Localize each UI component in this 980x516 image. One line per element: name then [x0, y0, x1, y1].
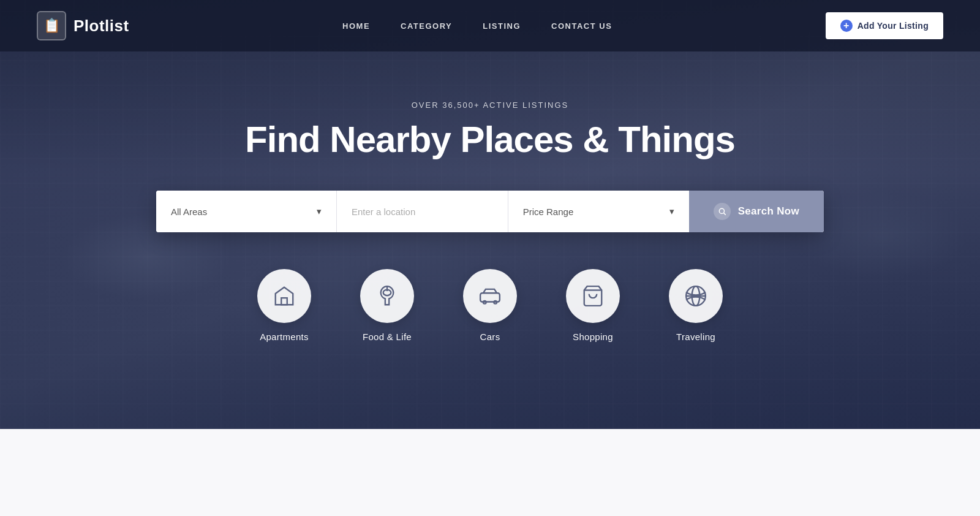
svg-rect-5	[480, 293, 500, 302]
category-shopping[interactable]: Shopping	[566, 269, 620, 342]
category-apartments[interactable]: Apartments	[257, 269, 311, 342]
area-chevron-icon: ▾	[317, 206, 322, 217]
add-listing-button[interactable]: + Add Your Listing	[826, 12, 943, 39]
plus-icon: +	[840, 20, 853, 32]
search-icon	[714, 203, 731, 220]
logo-icon: 📋	[37, 11, 66, 40]
cars-label: Cars	[480, 332, 500, 342]
svg-rect-2	[281, 298, 287, 305]
category-traveling[interactable]: Traveling	[669, 269, 723, 342]
hero-content: OVER 36,500+ ACTIVE LISTINGS Find Nearby…	[156, 101, 824, 342]
nav-category[interactable]: CATEGORY	[401, 21, 452, 31]
apartments-icon-circle	[257, 269, 311, 323]
traveling-label: Traveling	[676, 332, 715, 342]
svg-line-1	[723, 213, 725, 215]
svg-point-0	[719, 208, 724, 213]
search-button-label: Search Now	[738, 205, 799, 218]
shopping-label: Shopping	[573, 332, 613, 342]
nav-links: HOME CATEGORY LISTING CONTACT US	[342, 21, 612, 31]
category-food[interactable]: Food & Life	[360, 269, 414, 342]
cars-icon-circle	[463, 269, 517, 323]
categories-row: Apartments Food & Life	[257, 269, 723, 342]
hero-section: 📋 Plotlist HOME CATEGORY LISTING CONTACT…	[0, 0, 980, 429]
traveling-icon-circle	[669, 269, 723, 323]
search-bar: All Areas ▾ Price Range ▾ Search Now	[156, 191, 824, 232]
shopping-icon-circle	[566, 269, 620, 323]
food-icon-circle	[360, 269, 414, 323]
category-cars[interactable]: Cars	[463, 269, 517, 342]
hero-subtitle: OVER 36,500+ ACTIVE LISTINGS	[412, 101, 569, 110]
nav-listing[interactable]: LISTING	[483, 21, 521, 31]
apartments-label: Apartments	[260, 332, 309, 342]
hero-title: Find Nearby Places & Things	[245, 120, 735, 160]
food-label: Food & Life	[363, 332, 412, 342]
brand-name: Plotlist	[74, 17, 129, 36]
navbar: 📋 Plotlist HOME CATEGORY LISTING CONTACT…	[0, 0, 980, 51]
nav-home[interactable]: HOME	[342, 21, 370, 31]
area-select-value: All Areas	[171, 207, 207, 217]
search-button[interactable]: Search Now	[689, 191, 824, 232]
price-range-value: Price Range	[523, 207, 574, 217]
add-listing-label: Add Your Listing	[858, 21, 929, 31]
location-input[interactable]	[337, 191, 508, 232]
logo[interactable]: 📋 Plotlist	[37, 11, 129, 40]
nav-contact[interactable]: CONTACT US	[551, 21, 612, 31]
price-range-select[interactable]: Price Range ▾	[508, 191, 689, 232]
price-chevron-icon: ▾	[669, 206, 674, 217]
bottom-section	[0, 429, 980, 516]
area-select[interactable]: All Areas ▾	[156, 191, 337, 232]
